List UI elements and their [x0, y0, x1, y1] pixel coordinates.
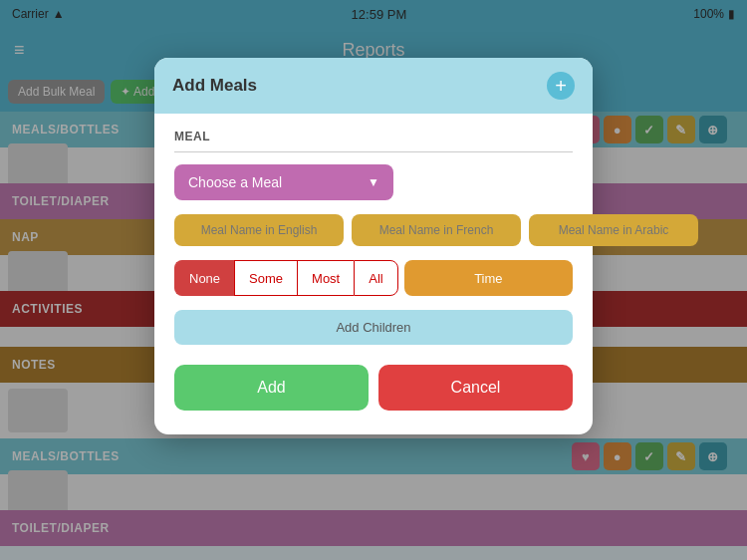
- meal-name-english-input[interactable]: [174, 214, 344, 246]
- modal-title: Add Meals: [172, 76, 257, 96]
- meal-name-arabic-input[interactable]: [529, 214, 698, 246]
- meal-divider: [174, 151, 573, 152]
- time-button[interactable]: Time: [404, 260, 573, 296]
- add-confirm-button[interactable]: Add: [174, 365, 369, 411]
- qty-none-button[interactable]: None: [174, 260, 234, 296]
- add-meals-modal: Add Meals + MEAL Choose a Meal ▼ None So…: [154, 58, 593, 434]
- meal-name-inputs-row: [174, 214, 573, 246]
- dropdown-arrow-icon: ▼: [368, 175, 379, 189]
- add-children-button[interactable]: Add Children: [174, 310, 573, 345]
- action-buttons-row: Add Cancel: [154, 365, 593, 411]
- qty-most-button[interactable]: Most: [297, 260, 354, 296]
- choose-meal-label: Choose a Meal: [188, 174, 282, 190]
- modal-plus-button[interactable]: +: [547, 72, 575, 100]
- cancel-button[interactable]: Cancel: [378, 365, 573, 411]
- modal-header: Add Meals +: [154, 58, 593, 114]
- qty-some-button[interactable]: Some: [234, 260, 297, 296]
- meal-name-french-input[interactable]: [352, 214, 521, 246]
- meal-field-label: MEAL: [174, 130, 573, 143]
- modal-body: MEAL Choose a Meal ▼ None Some Most All …: [154, 114, 593, 365]
- choose-meal-dropdown[interactable]: Choose a Meal ▼: [174, 164, 393, 200]
- qty-all-button[interactable]: All: [354, 260, 397, 296]
- quantity-row: None Some Most All Time: [174, 260, 573, 296]
